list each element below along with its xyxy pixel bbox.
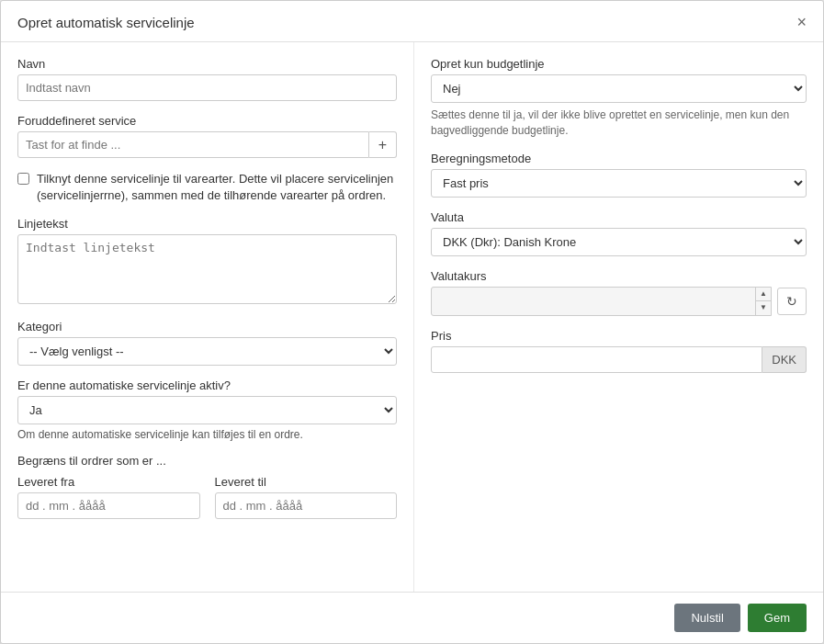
valuta-select[interactable]: DKK (Dkr): Danish Krone [431, 228, 807, 256]
valutakurs-spinner: 100 ▲ ▼ [431, 287, 772, 316]
delivery-row: Leveret fra Leveret til [17, 475, 397, 519]
valutakurs-label: Valutakurs [431, 269, 807, 283]
modal-container: Opret automatisk servicelinje × Navn For… [0, 0, 824, 644]
bereg-group: Beregningsmetode Fast pris [431, 152, 807, 198]
checkbox-row: Tilknyt denne servicelinje til varearter… [17, 171, 397, 204]
predefined-row: + [17, 131, 397, 158]
opret-kun-label: Opret kun budgetlinje [431, 57, 807, 71]
valuta-group: Valuta DKK (Dkr): Danish Krone [431, 210, 807, 256]
navn-input[interactable] [17, 74, 397, 101]
modal-body: Navn Foruddefineret service + Tilknyt de… [1, 42, 823, 592]
opret-kun-hint: Sættes denne til ja, vil der ikke blive … [431, 107, 807, 139]
valutakurs-group: Valutakurs 100 ▲ ▼ ↻ [431, 269, 807, 316]
currency-badge: DKK [762, 346, 807, 373]
valutakurs-row: 100 ▲ ▼ ↻ [431, 287, 807, 316]
kategori-select[interactable]: -- Vælg venligst -- [17, 337, 397, 366]
pris-group: Pris 0,00 DKK [431, 329, 807, 373]
valutakurs-input[interactable]: 100 [432, 288, 755, 313]
aktiv-select[interactable]: Ja [17, 396, 397, 424]
navn-group: Navn [17, 57, 397, 101]
modal-footer: Nulstil Gem [1, 592, 823, 643]
add-predefined-button[interactable]: + [369, 131, 397, 158]
leveret-fra-col: Leveret fra [17, 475, 200, 519]
modal-header: Opret automatisk servicelinje × [1, 1, 823, 42]
spinner-down-button[interactable]: ▼ [756, 301, 771, 315]
spinner-arrows: ▲ ▼ [755, 288, 771, 315]
kategori-group: Kategori -- Vælg venligst -- [17, 320, 397, 366]
linjetekst-input[interactable] [17, 234, 397, 304]
price-row: 0,00 DKK [431, 346, 807, 373]
aktiv-label: Er denne automatiske servicelinje aktiv? [17, 378, 397, 392]
refresh-button[interactable]: ↻ [777, 288, 807, 315]
foruddefineret-label: Foruddefineret service [17, 114, 397, 128]
leveret-til-label: Leveret til [215, 475, 398, 489]
opret-kun-select[interactable]: Nej [431, 74, 807, 103]
pris-label: Pris [431, 329, 807, 343]
checkbox-label: Tilknyt denne servicelinje til varearter… [37, 171, 397, 204]
right-column: Opret kun budgetlinje Nej Sættes denne t… [414, 42, 823, 592]
navn-label: Navn [17, 57, 397, 71]
bereg-select[interactable]: Fast pris [431, 169, 807, 198]
foruddefineret-group: Foruddefineret service + [17, 114, 397, 158]
spinner-up-button[interactable]: ▲ [756, 288, 771, 302]
leveret-fra-input[interactable] [17, 492, 200, 519]
bereg-label: Beregningsmetode [431, 152, 807, 165]
begraens-group: Begræns til ordrer som er ... Leveret fr… [17, 454, 397, 519]
tilknyt-checkbox[interactable] [17, 173, 29, 185]
close-button[interactable]: × [796, 14, 807, 30]
aktiv-hint: Om denne automatiske servicelinje kan ti… [17, 428, 397, 441]
left-column: Navn Foruddefineret service + Tilknyt de… [1, 42, 414, 592]
modal-title: Opret automatisk servicelinje [17, 15, 195, 30]
leveret-til-input[interactable] [215, 492, 398, 519]
valuta-label: Valuta [431, 210, 807, 224]
foruddefineret-input[interactable] [17, 131, 369, 158]
leveret-fra-label: Leveret fra [17, 475, 200, 489]
kategori-label: Kategori [17, 320, 397, 333]
linjetekst-label: Linjetekst [17, 217, 397, 231]
gem-button[interactable]: Gem [748, 604, 807, 632]
begraens-label: Begræns til ordrer som er ... [17, 454, 397, 468]
linjetekst-group: Linjetekst [17, 217, 397, 307]
pris-input[interactable]: 0,00 [431, 346, 762, 373]
aktiv-group: Er denne automatiske servicelinje aktiv?… [17, 378, 397, 441]
opret-kun-group: Opret kun budgetlinje Nej Sættes denne t… [431, 57, 807, 139]
nulstil-button[interactable]: Nulstil [674, 604, 739, 632]
leveret-til-col: Leveret til [215, 475, 398, 519]
